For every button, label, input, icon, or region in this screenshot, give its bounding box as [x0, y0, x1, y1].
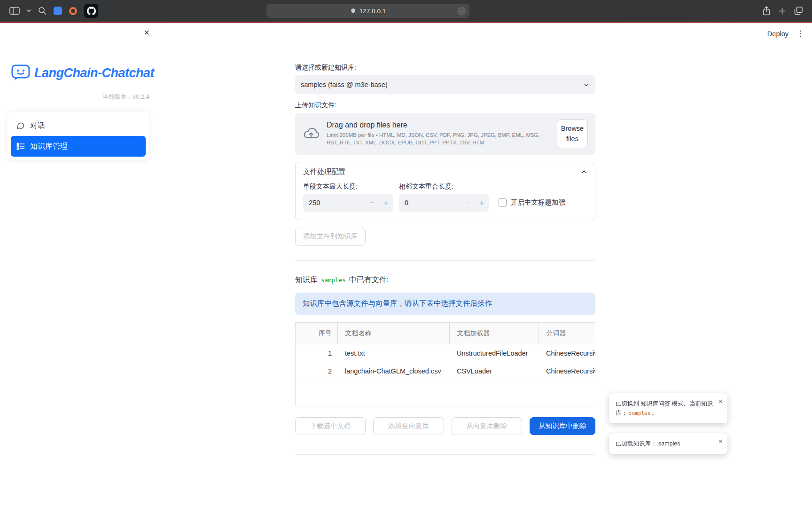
decrement-icon[interactable]: −	[366, 198, 379, 206]
toast-mode-switched: ✕ 已切换到 知识库问答 模式。当前知识库：samples。	[609, 393, 727, 423]
overlap-input[interactable]: 0 − +	[399, 194, 489, 212]
sidebar-toggle-icon[interactable]	[9, 7, 20, 15]
cell-splitter[interactable]: ChineseRecursiveT	[539, 362, 595, 380]
cell-loader[interactable]: CSVLoader	[449, 362, 539, 380]
config-expander: 文件处理配置 单段文本最大长度: 250 − +	[295, 162, 595, 220]
cell-index[interactable]: 2	[296, 362, 337, 380]
sidebar: ✕ LangChain-Chatchat 当前版本：v0.2.4	[0, 23, 156, 508]
info-alert: 知识库中包含源文件与向量库，请从下表中选择文件后操作	[295, 293, 595, 315]
sidebar-close-icon[interactable]: ✕	[144, 28, 150, 37]
version-label: 当前版本：v0.2.4	[102, 93, 149, 101]
table-action-buttons: 下载选中文档 添加至向量库 从向量库删除 从知识库中删除	[295, 417, 595, 435]
col-header-name[interactable]: 文档名称	[337, 323, 449, 344]
overlap-value[interactable]: 0	[399, 199, 461, 206]
files-table[interactable]: 序号 文档名称 文档加载器 分词器 1 test.txt Unstructure…	[295, 322, 595, 406]
increment-icon[interactable]: +	[379, 198, 393, 206]
max-length-field: 单段文本最大长度: 250 − +	[303, 183, 393, 212]
table-empty-area	[296, 380, 595, 406]
add-files-to-kb-button[interactable]: 添加文件到知识库	[295, 228, 366, 246]
col-header-loader[interactable]: 文档加载器	[449, 323, 539, 344]
add-to-vector-store-button[interactable]: 添加至向量库	[373, 417, 444, 435]
info-text: 知识库中包含源文件与向量库，请从下表中选择文件后操作	[303, 299, 492, 307]
uploader-texts: Drag and drop files here Limit 200MB per…	[327, 121, 550, 146]
tab-overview-icon[interactable]	[794, 7, 803, 15]
uploader-hint: Limit 200MB per file • HTML, MD, JSON, C…	[327, 132, 550, 146]
github-icon[interactable]	[84, 4, 98, 18]
toolbar-right-group	[763, 6, 803, 16]
file-uploader-dropzone[interactable]: Drag and drop files here Limit 200MB per…	[295, 113, 595, 155]
browser-toolbar: 127.0.0.1 ···	[0, 0, 812, 22]
cell-name[interactable]: test.txt	[337, 344, 449, 362]
max-length-value[interactable]: 250	[303, 199, 366, 206]
uploader-title: Drag and drop files here	[327, 121, 550, 129]
toast-stack: ✕ 已切换到 知识库问答 模式。当前知识库：samples。 ✕ 已加载知识库：…	[609, 393, 727, 454]
logo-chat-icon	[11, 64, 30, 81]
upload-label: 上传知识文件:	[295, 101, 595, 110]
increment-icon[interactable]: +	[475, 198, 489, 206]
logo-text: LangChain-Chatchat	[34, 66, 154, 80]
table-row[interactable]: 2 langchain-ChatGLM_closed.csv CSVLoader…	[296, 362, 595, 380]
main-menu-kebab-icon[interactable]: ⋮	[796, 29, 804, 39]
select-chevron-down-icon	[583, 81, 590, 88]
cell-name[interactable]: langchain-ChatGLM_closed.csv	[337, 362, 449, 380]
table-row[interactable]: 1 test.txt UnstructuredFileLoader Chines…	[296, 344, 595, 362]
kb-select[interactable]: samples (faiss @ m3e-base)	[295, 75, 595, 94]
col-header-splitter[interactable]: 分词器	[539, 323, 595, 344]
overlap-label: 相邻文本重合长度:	[399, 183, 489, 191]
cell-splitter[interactable]: ChineseRecursiveT	[539, 344, 595, 362]
overlap-field: 相邻文本重合长度: 0 − +	[399, 183, 489, 212]
toast-text-suffix: 。	[652, 410, 658, 416]
page-options-icon[interactable]: ···	[457, 7, 466, 16]
pinned-site-blue-icon[interactable]	[54, 7, 62, 15]
pinned-site-orange-icon[interactable]	[69, 7, 77, 15]
browse-files-button[interactable]: Browse files	[557, 119, 588, 148]
cell-index[interactable]: 1	[296, 344, 337, 362]
kb-files-caption: 知识库 samples 中已有文件:	[295, 275, 595, 285]
chat-bubble-icon	[16, 121, 25, 130]
main-content: 请选择或新建知识库: samples (faiss @ m3e-base) 上传…	[295, 23, 595, 455]
kb-select-value: samples (faiss @ m3e-base)	[301, 81, 583, 88]
divider	[295, 454, 595, 455]
caption-prefix: 知识库	[295, 275, 318, 285]
toast-text: 已加载知识库： samples	[616, 440, 680, 447]
url-text: 127.0.0.1	[359, 8, 386, 15]
app-logo: LangChain-Chatchat	[11, 64, 154, 81]
config-expander-header[interactable]: 文件处理配置	[296, 162, 595, 182]
max-length-label: 单段文本最大长度:	[303, 183, 393, 191]
sidebar-menu: 对话 知识库管理	[7, 111, 149, 160]
menu-item-knowledge-base[interactable]: 知识库管理	[11, 136, 146, 157]
menu-item-dialogue[interactable]: 对话	[11, 115, 146, 136]
site-icon	[350, 8, 356, 14]
checkbox-label: 开启中文标题加强	[511, 198, 565, 207]
chinese-title-enhance-checkbox[interactable]: 开启中文标题加强	[499, 198, 565, 207]
toast-close-icon[interactable]: ✕	[718, 397, 723, 406]
list-icon	[16, 142, 25, 151]
table-header-row: 序号 文档名称 文档加载器 分词器	[296, 323, 595, 344]
toast-kb-loaded: ✕ 已加载知识库： samples	[609, 433, 727, 454]
caption-suffix: 中已有文件:	[349, 275, 389, 285]
download-selected-button[interactable]: 下载选中文档	[295, 417, 366, 435]
cloud-upload-icon	[303, 125, 320, 142]
menu-item-label: 知识库管理	[30, 142, 68, 151]
menu-item-label: 对话	[30, 121, 45, 131]
delete-from-kb-button[interactable]: 从知识库中删除	[530, 417, 595, 435]
deploy-button[interactable]: Deploy	[767, 30, 789, 38]
checkbox-box[interactable]	[499, 198, 507, 206]
decrement-icon[interactable]: −	[461, 198, 475, 206]
config-expander-title: 文件处理配置	[303, 167, 345, 176]
divider	[295, 260, 595, 261]
app-header-actions: Deploy ⋮	[767, 29, 804, 39]
chevron-up-icon	[581, 168, 587, 175]
kb-select-label: 请选择或新建知识库:	[295, 64, 595, 72]
col-header-index[interactable]: 序号	[296, 323, 337, 344]
address-bar[interactable]: 127.0.0.1 ···	[266, 4, 469, 18]
max-length-input[interactable]: 250 − +	[303, 194, 393, 212]
config-expander-body: 单段文本最大长度: 250 − + 相邻文本重合长度: 0 −	[296, 182, 595, 220]
toast-close-icon[interactable]: ✕	[718, 437, 723, 446]
delete-from-vector-store-button[interactable]: 从向量库删除	[452, 417, 522, 435]
new-tab-icon[interactable]	[779, 8, 786, 15]
cell-loader[interactable]: UnstructuredFileLoader	[449, 344, 539, 362]
share-icon[interactable]	[763, 6, 770, 16]
chevron-down-icon[interactable]	[27, 9, 31, 12]
search-icon[interactable]	[38, 7, 47, 15]
